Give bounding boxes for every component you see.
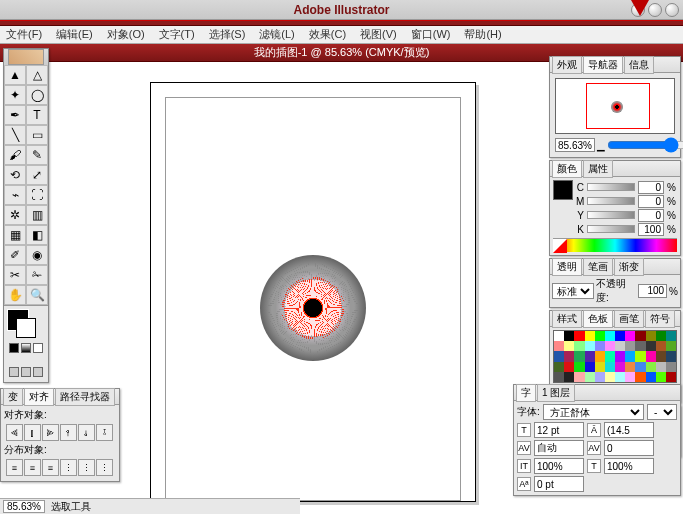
eyedropper-tool[interactable]: ✐: [4, 245, 26, 265]
tab-character[interactable]: 字: [516, 384, 536, 402]
paintbrush-tool[interactable]: 🖌: [4, 145, 26, 165]
blend-mode-select[interactable]: 标准: [552, 283, 594, 299]
type-tool[interactable]: T: [26, 105, 48, 125]
swatch-cell[interactable]: [564, 372, 574, 382]
swatch-cell[interactable]: [585, 331, 595, 341]
free-transform-tool[interactable]: ⛶: [26, 185, 48, 205]
leading-field[interactable]: (14.5: [604, 422, 654, 438]
tab-info[interactable]: 信息: [624, 56, 654, 74]
tab-attributes[interactable]: 属性: [583, 160, 613, 178]
swatch-cell[interactable]: [605, 362, 615, 372]
swatch-cell[interactable]: [646, 351, 656, 361]
menu-filter[interactable]: 滤镜(L): [259, 27, 294, 42]
swatch-cell[interactable]: [564, 331, 574, 341]
align-bottom-icon[interactable]: ⫱: [96, 424, 113, 441]
tab-layercount[interactable]: 1 图层: [537, 384, 575, 402]
swatch-cell[interactable]: [656, 351, 666, 361]
align-right-icon[interactable]: ⫸: [42, 424, 59, 441]
direct-selection-tool[interactable]: △: [26, 65, 48, 85]
swatch-cell[interactable]: [666, 351, 676, 361]
screen-mode-standard-icon[interactable]: [9, 367, 19, 377]
pencil-tool[interactable]: ✎: [26, 145, 48, 165]
channel-value[interactable]: 100: [638, 223, 664, 236]
swatch-cell[interactable]: [595, 362, 605, 372]
tab-align[interactable]: 对齐: [24, 388, 54, 406]
menu-file[interactable]: 文件(F): [6, 27, 42, 42]
swatch-cell[interactable]: [564, 341, 574, 351]
swatch-cell[interactable]: [666, 362, 676, 372]
swatch-cell[interactable]: [635, 341, 645, 351]
swatch-cell[interactable]: [656, 341, 666, 351]
swatch-cell[interactable]: [605, 331, 615, 341]
menu-edit[interactable]: 编辑(E): [56, 27, 93, 42]
swatch-cell[interactable]: [574, 362, 584, 372]
screen-mode-full-menu-icon[interactable]: [21, 367, 31, 377]
navigator-view[interactable]: [555, 78, 675, 134]
close-button[interactable]: [665, 3, 679, 17]
menu-type[interactable]: 文字(T): [159, 27, 195, 42]
align-hcenter-icon[interactable]: ⫿: [24, 424, 41, 441]
tab-pathfinder[interactable]: 路径寻找器: [55, 388, 115, 406]
menu-view[interactable]: 视图(V): [360, 27, 397, 42]
swatch-cell[interactable]: [595, 372, 605, 382]
swatch-cell[interactable]: [564, 362, 574, 372]
tab-symbols[interactable]: 符号: [645, 310, 675, 328]
tab-navigator[interactable]: 导航器: [583, 56, 623, 74]
swatch-cell[interactable]: [646, 331, 656, 341]
swatch-cell[interactable]: [585, 351, 595, 361]
opacity-value[interactable]: 100: [638, 284, 667, 298]
swatch-cell[interactable]: [585, 362, 595, 372]
pen-tool[interactable]: ✒: [4, 105, 26, 125]
tab-gradient[interactable]: 渐变: [614, 258, 644, 276]
swatch-cell[interactable]: [625, 362, 635, 372]
swatch-cell[interactable]: [615, 351, 625, 361]
screen-mode-full-icon[interactable]: [33, 367, 43, 377]
zoom-slider[interactable]: [607, 140, 683, 150]
selection-tool[interactable]: ▲: [4, 65, 26, 85]
color-fillstroke-swatch[interactable]: [553, 180, 573, 200]
font-style-select[interactable]: -: [647, 404, 677, 420]
dist-hcenter-icon[interactable]: ⋮: [78, 459, 95, 476]
swatch-cell[interactable]: [574, 331, 584, 341]
font-size-field[interactable]: 12 pt: [534, 422, 584, 438]
channel-value[interactable]: 0: [638, 195, 664, 208]
align-vcenter-icon[interactable]: ⫰: [78, 424, 95, 441]
vscale-field[interactable]: 100%: [534, 458, 584, 474]
swatch-cell[interactable]: [656, 362, 666, 372]
dist-left-icon[interactable]: ⋮: [60, 459, 77, 476]
channel-slider[interactable]: [587, 183, 635, 191]
swatch-cell[interactable]: [666, 372, 676, 382]
none-mode-icon[interactable]: [33, 343, 43, 353]
tracking-field[interactable]: 0: [604, 440, 654, 456]
status-zoom[interactable]: 85.63%: [3, 500, 45, 513]
kerning-field[interactable]: 自动: [534, 440, 584, 456]
swatch-cell[interactable]: [666, 341, 676, 351]
line-tool[interactable]: ╲: [4, 125, 26, 145]
channel-slider[interactable]: [587, 211, 635, 219]
swatch-cell[interactable]: [554, 362, 564, 372]
swatch-cell[interactable]: [635, 372, 645, 382]
symbol-sprayer-tool[interactable]: ✲: [4, 205, 26, 225]
scale-tool[interactable]: ⤢: [26, 165, 48, 185]
swatch-cell[interactable]: [574, 351, 584, 361]
channel-slider[interactable]: [587, 225, 635, 233]
tab-swatches[interactable]: 色板: [583, 310, 613, 328]
menu-object[interactable]: 对象(O): [107, 27, 145, 42]
blend-tool[interactable]: ◉: [26, 245, 48, 265]
dist-bottom-icon[interactable]: ≡: [42, 459, 59, 476]
channel-value[interactable]: 0: [638, 209, 664, 222]
tab-transform[interactable]: 变: [3, 388, 23, 406]
dist-vcenter-icon[interactable]: ≡: [24, 459, 41, 476]
swatch-cell[interactable]: [635, 351, 645, 361]
maximize-button[interactable]: [648, 3, 662, 17]
swatch-cell[interactable]: [554, 372, 564, 382]
spectrum-bar[interactable]: [553, 238, 677, 252]
swatch-cell[interactable]: [635, 362, 645, 372]
swatch-cell[interactable]: [585, 372, 595, 382]
swatch-cell[interactable]: [605, 341, 615, 351]
eye-illustration[interactable]: [260, 255, 366, 361]
dist-right-icon[interactable]: ⋮: [96, 459, 113, 476]
swatch-cell[interactable]: [625, 331, 635, 341]
swatch-cell[interactable]: [646, 362, 656, 372]
swatch-cell[interactable]: [625, 372, 635, 382]
